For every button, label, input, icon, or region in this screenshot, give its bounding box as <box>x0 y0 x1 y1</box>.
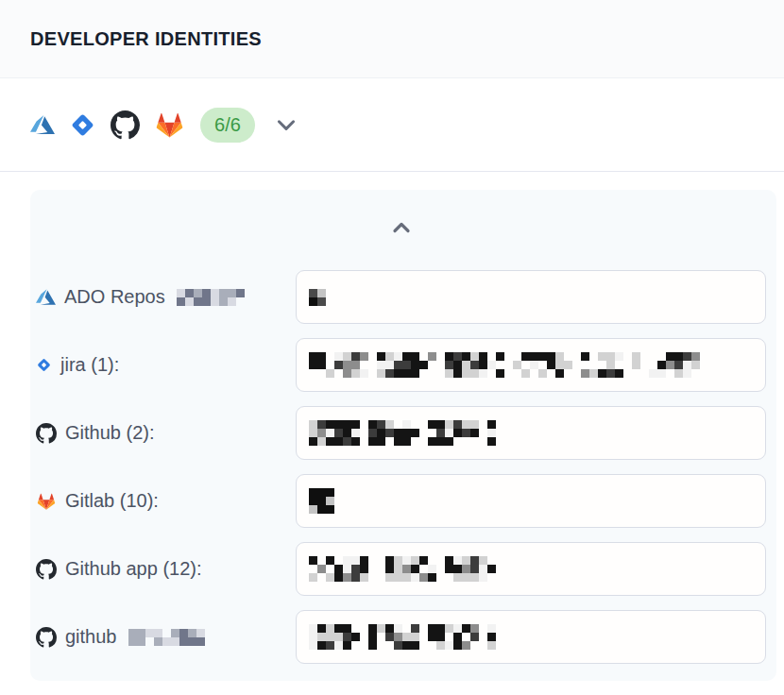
github-identity-input[interactable] <box>296 406 766 460</box>
identity-row-jira: jira (1): <box>36 338 766 392</box>
jira-icon <box>36 357 52 373</box>
redacted-value <box>309 556 496 582</box>
ado-repos-identity-input[interactable] <box>296 270 766 324</box>
identity-row-gitlab: Gitlab (10): <box>36 474 766 528</box>
redacted-label-text <box>177 289 245 306</box>
row-label: Github (2): <box>36 422 296 444</box>
redacted-value <box>309 488 334 514</box>
azure-devops-icon <box>30 112 55 137</box>
identity-rows: ADO Repos jira (1): Git <box>36 270 766 664</box>
redacted-value <box>309 289 326 306</box>
identity-row-ado-repos: ADO Repos <box>36 270 766 324</box>
gitlab-identity-input[interactable] <box>296 474 766 528</box>
azure-devops-icon <box>36 287 56 307</box>
redacted-value <box>309 420 496 446</box>
redacted-value <box>309 352 700 378</box>
page-title: DEVELOPER IDENTITIES <box>30 28 262 50</box>
identity-label: github <box>65 626 117 648</box>
identity-row-github-user: github <box>36 610 766 664</box>
identity-label: Github app (12): <box>65 558 202 580</box>
jira-icon <box>69 111 96 139</box>
row-label: ADO Repos <box>36 286 296 308</box>
github-icon <box>36 423 57 444</box>
github-icon <box>111 110 140 140</box>
github-app-identity-input[interactable] <box>296 542 766 596</box>
identity-label: ADO Repos <box>64 286 165 308</box>
identity-row-github-app: Github app (12): <box>36 542 766 596</box>
gitlab-icon <box>154 110 185 141</box>
redacted-value <box>309 624 496 650</box>
card-header: DEVELOPER IDENTITIES <box>0 0 784 78</box>
chevron-up-icon <box>389 216 414 239</box>
row-label: github <box>36 626 296 648</box>
identity-row-github: Github (2): <box>36 406 766 460</box>
identity-label: jira (1): <box>60 354 119 376</box>
row-label: Gitlab (10): <box>36 490 296 512</box>
identity-summary-bar: 6/6 <box>0 78 784 172</box>
github-icon <box>36 559 57 580</box>
github-user-identity-input[interactable] <box>296 610 766 664</box>
identity-label: Gitlab (10): <box>65 490 159 512</box>
identities-panel: ADO Repos jira (1): Git <box>30 190 776 681</box>
developer-identities-card: DEVELOPER IDENTITIES 6/6 ADO Repos <box>0 0 784 681</box>
identity-count-badge: 6/6 <box>200 108 255 143</box>
gitlab-icon <box>36 491 57 512</box>
collapse-button[interactable] <box>385 216 418 239</box>
row-label: Github app (12): <box>36 558 296 580</box>
chevron-down-icon[interactable] <box>274 112 298 137</box>
identity-label: Github (2): <box>65 422 154 444</box>
redacted-label-text <box>128 629 205 646</box>
row-label: jira (1): <box>36 354 296 376</box>
github-icon <box>36 627 57 648</box>
jira-identity-input[interactable] <box>296 338 766 392</box>
